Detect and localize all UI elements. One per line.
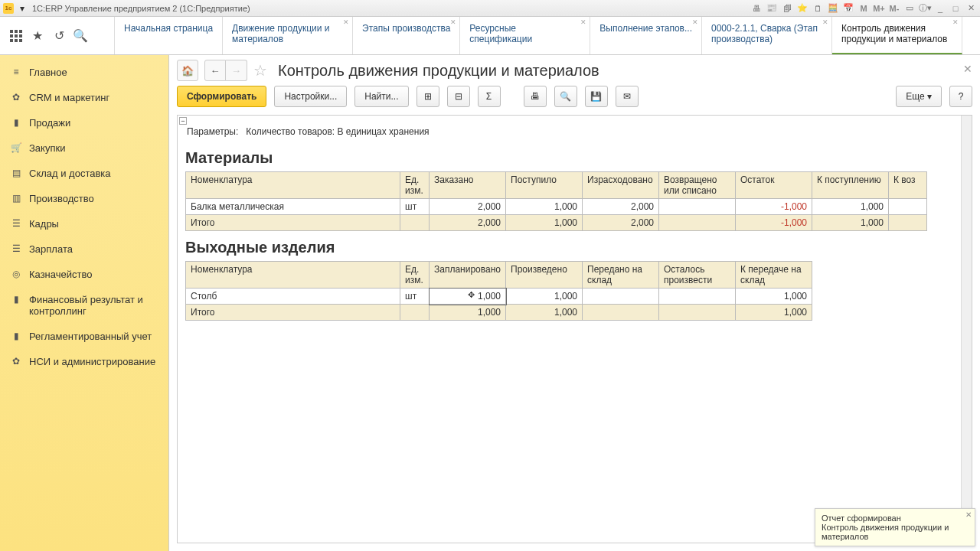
titlebar-icon[interactable]: □: [949, 2, 962, 15]
titlebar-icon[interactable]: 🖶: [750, 2, 763, 15]
tab-close-icon[interactable]: ✕: [822, 18, 828, 26]
titlebar-icon[interactable]: _: [934, 2, 946, 15]
page-title: Контроль движения продукции и материалов: [278, 62, 599, 80]
menu-icon: ☰: [11, 218, 21, 229]
titlebar-icon[interactable]: 📰: [766, 2, 778, 15]
menu-icon: ▥: [11, 193, 21, 204]
preview-button[interactable]: 🔍: [554, 86, 577, 107]
sidebar-item[interactable]: ✿НСИ и администрирование: [0, 349, 168, 374]
help-button[interactable]: ?: [949, 86, 972, 107]
params-value: Количество товаров: В единицах хранения: [246, 126, 429, 137]
params-label: Параметры:: [187, 126, 238, 137]
move-cursor-icon: ✥: [468, 290, 475, 300]
sum-button[interactable]: Σ: [478, 86, 501, 107]
page-toolbar-nav: 🏠 ← → ☆ Контроль движения продукции и ма…: [169, 55, 980, 86]
more-button[interactable]: Еще ▾: [896, 86, 942, 107]
sidebar-item[interactable]: ▤Склад и доставка: [0, 161, 168, 186]
search-icon[interactable]: 🔍: [74, 29, 87, 43]
notification-title: Отчет сформирован: [822, 514, 969, 523]
titlebar-icon[interactable]: M-: [888, 2, 900, 15]
sidebar-item[interactable]: ▮Регламентированный учет: [0, 324, 168, 349]
vertical-scrollbar[interactable]: [961, 116, 972, 543]
tab[interactable]: Этапы производства✕: [353, 17, 460, 54]
notification-close-icon[interactable]: ✕: [965, 510, 972, 519]
tab-close-icon[interactable]: ✕: [343, 18, 349, 26]
report-area: − Параметры: Количество товаров: В едини…: [177, 115, 972, 543]
sidebar-item-label: Закупки: [29, 142, 65, 154]
apps-icon[interactable]: [9, 29, 23, 43]
sidebar-item[interactable]: ▥Производство: [0, 186, 168, 211]
titlebar-icon[interactable]: M+: [873, 2, 885, 15]
tab[interactable]: Движение продукции и материалов✕: [223, 17, 353, 54]
menu-icon: ◎: [11, 269, 21, 279]
titlebar-icon[interactable]: ⭐: [796, 2, 808, 15]
collapse-all-button[interactable]: ⊟: [447, 86, 470, 107]
close-icon[interactable]: ✕: [963, 63, 972, 75]
titlebar-icon[interactable]: 🗐: [781, 2, 793, 15]
report-parameters: Параметры: Количество товаров: В единица…: [185, 122, 964, 142]
table-row: Столб шт ✥1,000 1,000 1,000: [186, 289, 812, 305]
content-area: ✕ 🏠 ← → ☆ Контроль движения продукции и …: [168, 55, 980, 551]
notification-text: Контроль движения продукции и материалов: [822, 523, 969, 541]
sidebar-item[interactable]: ☰Зарплата: [0, 236, 168, 262]
fold-toggle[interactable]: −: [179, 117, 187, 125]
sidebar-item-label: Зарплата: [29, 243, 73, 255]
titlebar-icon[interactable]: ⓘ▾: [919, 2, 931, 15]
tab[interactable]: 0000-2.1.1, Сварка (Этап производства)✕: [702, 17, 832, 54]
notification-toast[interactable]: ✕ Отчет сформирован Контроль движения пр…: [815, 508, 975, 546]
sidebar-item-label: Продажи: [29, 117, 70, 129]
sidebar-item-label: Производство: [29, 193, 94, 204]
tab-bar: ★ ↺ 🔍 Начальная страницаДвижение продукц…: [0, 17, 980, 55]
forward-button[interactable]: →: [226, 60, 247, 81]
sidebar-item[interactable]: ▮Продажи: [0, 110, 168, 135]
table-row-total: Итого 2,000 1,000 2,000 -1,000 1,000: [186, 215, 927, 231]
titlebar-icon[interactable]: ▭: [903, 2, 916, 15]
titlebar-icon[interactable]: M: [858, 2, 870, 15]
menu-icon: ▤: [11, 168, 21, 178]
menu-icon: ▮: [11, 294, 21, 305]
history-icon[interactable]: ↺: [52, 29, 66, 43]
save-button[interactable]: 💾: [585, 86, 608, 107]
titlebar-icon[interactable]: ✕: [965, 2, 977, 15]
menu-icon: ▮: [11, 331, 21, 341]
sidebar-item-label: Кадры: [29, 218, 59, 230]
products-heading: Выходные изделия: [185, 239, 964, 256]
print-button[interactable]: 🖶: [524, 86, 547, 107]
menu-icon: ≡: [11, 67, 21, 77]
favorite-star-icon[interactable]: ☆: [253, 61, 267, 80]
sidebar-item-label: Склад и доставка: [29, 168, 111, 179]
app-menu-dropdown[interactable]: ▾: [17, 3, 28, 14]
tab-close-icon[interactable]: ✕: [692, 18, 698, 26]
titlebar-icon[interactable]: 🧮: [827, 2, 839, 15]
find-button[interactable]: Найти...: [354, 86, 408, 107]
sidebar-item-label: НСИ и администрирование: [29, 356, 155, 367]
main-sidebar: ≡Главное✿CRM и маркетинг▮Продажи🛒Закупки…: [0, 55, 168, 551]
expand-all-button[interactable]: ⊞: [416, 86, 439, 107]
tab-close-icon[interactable]: ✕: [952, 18, 959, 26]
favorites-icon[interactable]: ★: [31, 29, 44, 43]
tab[interactable]: Контроль движения продукции и материалов…: [832, 17, 962, 54]
sidebar-item[interactable]: ✿CRM и маркетинг: [0, 85, 168, 110]
tab-close-icon[interactable]: ✕: [450, 18, 456, 26]
sidebar-item[interactable]: ☰Кадры: [0, 211, 168, 236]
menu-icon: ▮: [11, 117, 21, 128]
form-report-button[interactable]: Сформировать: [177, 86, 266, 107]
settings-button[interactable]: Настройки...: [274, 86, 347, 107]
window-titlebar: 1c ▾ 1С:ERP Управление предприятием 2 (1…: [0, 0, 980, 17]
sidebar-item-label: Финансовый результат и контроллинг: [29, 294, 158, 317]
sidebar-item[interactable]: ▮Финансовый результат и контроллинг: [0, 287, 168, 324]
email-button[interactable]: ✉: [616, 86, 639, 107]
titlebar-icon[interactable]: 📅: [842, 2, 854, 15]
sidebar-item[interactable]: ◎Казначейство: [0, 262, 168, 287]
back-button[interactable]: ←: [204, 60, 226, 81]
tab-close-icon[interactable]: ✕: [580, 18, 586, 26]
window-title: 1С:ERP Управление предприятием 2 (1С:Пре…: [32, 4, 750, 13]
tab[interactable]: Выполнение этапов...✕: [590, 17, 702, 54]
menu-icon: ✿: [11, 92, 21, 103]
tab[interactable]: Начальная страница: [115, 17, 223, 54]
sidebar-item[interactable]: ≡Главное: [0, 60, 168, 85]
home-button[interactable]: 🏠: [177, 60, 198, 81]
sidebar-item[interactable]: 🛒Закупки: [0, 135, 168, 161]
tab[interactable]: Ресурсные спецификации✕: [460, 17, 590, 54]
titlebar-icon[interactable]: 🗒: [812, 2, 824, 15]
